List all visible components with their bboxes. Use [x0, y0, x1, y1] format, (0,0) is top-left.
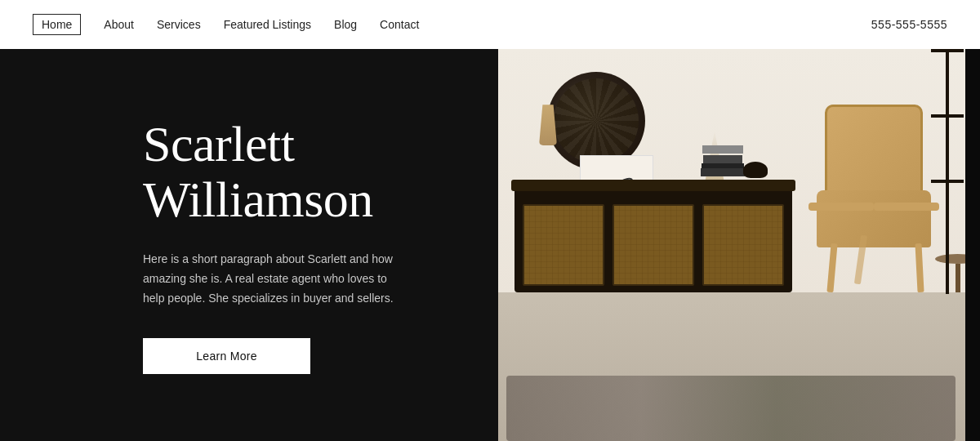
chair-back — [825, 105, 923, 203]
hero-section: Scarlett Williamson Here is a short para… — [0, 49, 980, 441]
book-2 — [703, 155, 742, 163]
chair-leg-fr — [915, 243, 924, 292]
armrest-left — [808, 203, 874, 211]
rack-horizontal-2 — [931, 180, 964, 183]
rack-bar — [946, 49, 949, 294]
armrest-right — [874, 203, 939, 211]
nav-featured-listings[interactable]: Featured Listings — [224, 18, 311, 31]
cane-panel-left — [523, 204, 604, 286]
rack-horizontal-3 — [931, 49, 964, 52]
site-header: Home About Services Featured Listings Bl… — [0, 0, 980, 49]
books-stack — [702, 144, 743, 176]
rack-horizontal-1 — [931, 114, 964, 118]
sideboard — [514, 186, 792, 292]
chair-seat — [817, 190, 931, 247]
book-1 — [702, 145, 743, 154]
learn-more-button[interactable]: Learn More — [143, 338, 310, 374]
cane-panel-middle — [612, 204, 694, 286]
nav-blog[interactable]: Blog — [334, 18, 357, 31]
hero-left-panel: Scarlett Williamson Here is a short para… — [0, 49, 498, 441]
dark-bowl — [743, 162, 768, 178]
hero-image-panel — [498, 49, 980, 441]
main-nav: Home About Services Featured Listings Bl… — [33, 14, 419, 35]
sideboard-top — [511, 180, 795, 191]
nav-contact[interactable]: Contact — [380, 18, 419, 31]
book-4 — [701, 168, 745, 176]
chair-leg-fl — [826, 243, 837, 292]
nav-services[interactable]: Services — [157, 18, 201, 31]
cane-panel-right — [702, 204, 784, 286]
floor-rug — [506, 376, 956, 441]
right-frame — [965, 49, 980, 441]
phone-number: 555-555-5555 — [871, 18, 947, 31]
nav-about[interactable]: About — [104, 18, 134, 31]
hero-name: Scarlett Williamson — [143, 116, 449, 227]
room-scene — [498, 49, 980, 441]
nav-home[interactable]: Home — [33, 14, 81, 35]
tall-rack — [931, 49, 964, 294]
hero-description: Here is a short paragraph about Scarlett… — [143, 250, 396, 308]
